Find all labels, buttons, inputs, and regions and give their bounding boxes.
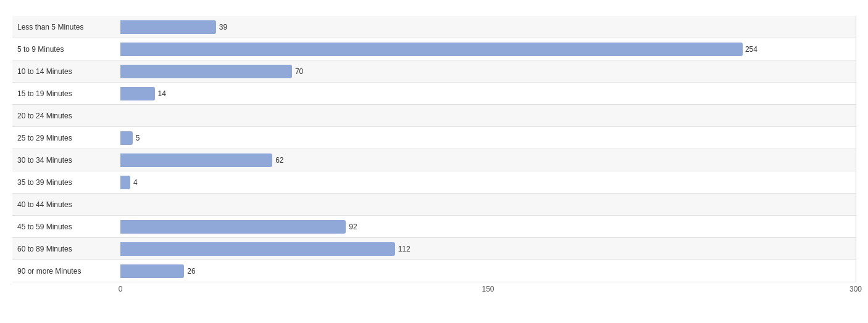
x-tick: 300 (849, 285, 862, 293)
bar-label: 10 to 14 Minutes (12, 67, 120, 76)
bar-row: 35 to 39 Minutes4 (12, 171, 856, 194)
bar-label: 40 to 44 Minutes (12, 200, 120, 209)
bar-value: 39 (219, 23, 227, 31)
bar-fill (120, 153, 272, 167)
bar-track: 62 (120, 153, 856, 167)
bar-row: 25 to 29 Minutes5 (12, 127, 856, 149)
bar-track: 70 (120, 65, 856, 78)
bar-fill (120, 43, 743, 56)
bar-label: Less than 5 Minutes (12, 23, 120, 31)
x-axis-labels: 0150300 (120, 285, 856, 297)
bar-value: 14 (158, 89, 166, 98)
bar-row: 5 to 9 Minutes254 (12, 38, 856, 60)
bar-fill (120, 131, 133, 145)
bar-value: 112 (398, 245, 411, 253)
bar-value: 62 (275, 156, 283, 165)
bar-row: 10 to 14 Minutes70 (12, 60, 856, 83)
bar-track: 112 (120, 242, 856, 256)
bar-track: 92 (120, 220, 856, 234)
bar-fill (120, 20, 216, 34)
bar-fill (120, 65, 292, 78)
bar-value: 254 (745, 45, 757, 54)
ref-line (856, 16, 856, 282)
bar-track (120, 198, 856, 211)
bar-value: 70 (295, 67, 303, 76)
bar-label: 20 to 24 Minutes (12, 112, 120, 120)
bar-value: 4 (133, 178, 138, 187)
bar-label: 35 to 39 Minutes (12, 178, 120, 187)
bar-track: 254 (120, 43, 856, 56)
bar-label: 60 to 89 Minutes (12, 245, 120, 253)
bar-label: 45 to 59 Minutes (12, 223, 120, 231)
x-tick: 0 (119, 285, 123, 293)
bar-row: 60 to 89 Minutes112 (12, 238, 856, 260)
chart-container: Less than 5 Minutes395 to 9 Minutes25410… (0, 6, 868, 316)
bar-track: 39 (120, 20, 856, 34)
bar-label: 25 to 29 Minutes (12, 134, 120, 142)
bar-row: Less than 5 Minutes39 (12, 16, 856, 38)
bar-fill (120, 242, 395, 256)
bar-row: 20 to 24 Minutes (12, 105, 856, 127)
bar-fill (120, 87, 155, 100)
bar-label: 15 to 19 Minutes (12, 89, 120, 98)
bar-row: 45 to 59 Minutes92 (12, 216, 856, 238)
chart-area: Less than 5 Minutes395 to 9 Minutes25410… (12, 16, 856, 297)
bar-track: 4 (120, 176, 856, 189)
bar-row: 15 to 19 Minutes14 (12, 83, 856, 105)
bar-track: 5 (120, 131, 856, 145)
bar-fill (120, 264, 184, 278)
bar-track (120, 109, 856, 123)
bar-value: 92 (349, 223, 357, 231)
bar-track: 14 (120, 87, 856, 100)
x-axis: 0150300 (12, 285, 856, 297)
bar-value: 26 (187, 267, 195, 276)
bar-fill (120, 220, 346, 234)
bar-label: 30 to 34 Minutes (12, 156, 120, 165)
bar-track: 26 (120, 264, 856, 278)
bar-fill (120, 176, 130, 189)
bar-row: 90 or more Minutes26 (12, 260, 856, 282)
bar-value: 5 (136, 134, 140, 142)
bar-row: 40 to 44 Minutes (12, 194, 856, 216)
bar-label: 90 or more Minutes (12, 267, 120, 276)
bar-row: 30 to 34 Minutes62 (12, 149, 856, 171)
bar-label: 5 to 9 Minutes (12, 45, 120, 54)
x-tick: 150 (482, 285, 494, 293)
